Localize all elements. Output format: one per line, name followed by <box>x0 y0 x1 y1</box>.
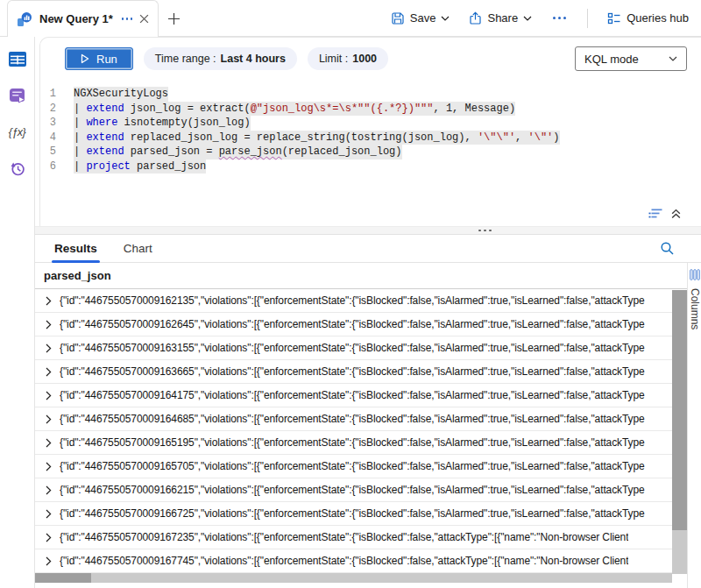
code-line: 4| extend replaced_json_log = replace_st… <box>40 131 701 145</box>
row-json-text: {"id":"4467550570009164175","violations"… <box>60 389 645 401</box>
run-button[interactable]: Run <box>65 47 133 70</box>
expand-row-icon[interactable] <box>46 296 52 306</box>
search-results-button[interactable] <box>660 241 675 259</box>
table-row[interactable]: {"id":"4467550570009163665","violations"… <box>35 360 672 384</box>
row-json-text: {"id":"4467550570009163665","violations"… <box>60 365 645 378</box>
code-line: 1NGXSecurityLogs <box>40 87 701 102</box>
table-row[interactable]: {"id":"4467550570009166725","violations"… <box>35 502 672 526</box>
panel-splitter[interactable] <box>35 226 701 235</box>
share-button[interactable]: Share <box>469 11 532 25</box>
time-range-value: Last 4 hours <box>221 53 286 65</box>
queries-hub-label: Queries hub <box>627 11 689 25</box>
expand-row-icon[interactable] <box>46 556 52 566</box>
expand-row-icon[interactable] <box>46 462 52 471</box>
collapse-editor-icon[interactable] <box>670 208 682 219</box>
row-json-text: {"id":"4467550570009165195","violations"… <box>60 436 645 449</box>
code-line: 6| project parsed_json <box>40 159 701 174</box>
toolbar-divider <box>587 9 588 28</box>
table-row[interactable]: {"id":"4467550570009165705","violations"… <box>35 455 672 478</box>
horizontal-scrollbar[interactable] <box>35 573 672 583</box>
code-text: | extend parsed_json = parse_json(replac… <box>74 145 402 159</box>
query-tab[interactable]: New Query 1* <box>7 0 159 37</box>
expand-row-icon[interactable] <box>46 414 52 424</box>
expand-row-icon[interactable] <box>46 344 52 353</box>
search-icon <box>660 241 675 256</box>
close-tab-icon[interactable] <box>139 14 149 24</box>
row-json-text: {"id":"4467550570009166215","violations"… <box>60 484 645 496</box>
limit-pill[interactable]: Limit : 1000 <box>308 47 388 70</box>
code-text: | where isnotempty(json_log) <box>74 116 251 131</box>
code-text: | project parsed_json <box>74 159 206 174</box>
table-row[interactable]: {"id":"4467550570009166215","violations"… <box>35 478 672 502</box>
row-json-text: {"id":"4467550570009162135","violations"… <box>60 294 645 307</box>
row-json-text: {"id":"4467550570009167745","violations"… <box>60 555 628 567</box>
share-icon <box>469 11 482 25</box>
grid-footer-spacer <box>35 583 687 588</box>
query-editor-lines: 1NGXSecurityLogs2| extend json_log = ext… <box>40 87 701 174</box>
row-json-text: {"id":"4467550570009167235","violations"… <box>60 531 628 543</box>
save-button[interactable]: Save <box>391 11 450 25</box>
code-line: 3| where isnotempty(json_log) <box>40 116 701 131</box>
time-range-pill[interactable]: Time range : Last 4 hours <box>144 47 297 70</box>
table-row[interactable]: {"id":"4467550570009163155","violations"… <box>35 337 672 360</box>
table-row[interactable]: {"id":"4467550570009167745","violations"… <box>35 549 672 573</box>
expand-row-icon[interactable] <box>46 320 52 329</box>
results-panel: Results Chart parsed_json {"id":"4467550… <box>35 235 701 588</box>
expand-row-icon[interactable] <box>46 509 52 519</box>
table-row[interactable]: {"id":"4467550570009162645","violations"… <box>35 313 672 337</box>
expand-row-icon[interactable] <box>46 391 52 400</box>
columns-panel-label: Columns <box>689 288 701 329</box>
filter-lines-icon[interactable] <box>648 209 662 219</box>
row-json-text: {"id":"4467550570009165705","violations"… <box>60 460 645 472</box>
code-line: 2| extend json_log = extract(@"json_log\… <box>40 102 701 117</box>
row-json-text: {"id":"4467550570009166725","violations"… <box>60 507 645 520</box>
limit-value: 1000 <box>352 53 377 65</box>
column-header-parsed-json[interactable]: parsed_json <box>35 263 687 289</box>
saved-scripts-icon <box>9 88 26 104</box>
sidebar-item-data-table[interactable] <box>7 49 28 68</box>
sidebar-item-query-history[interactable] <box>7 159 28 179</box>
results-body: parsed_json {"id":"4467550570009162135",… <box>35 263 701 588</box>
more-actions-button[interactable] <box>551 17 568 19</box>
expand-row-icon[interactable] <box>46 367 52 377</box>
horizontal-scrollbar-thumb[interactable] <box>35 573 91 583</box>
limit-label: Limit : <box>319 53 348 65</box>
editor-footer-actions <box>648 208 682 219</box>
tab-results[interactable]: Results <box>54 235 97 262</box>
vertical-scrollbar-thumb[interactable] <box>672 290 687 530</box>
sidebar-item-functions[interactable]: {ƒx} <box>7 123 28 142</box>
expand-row-icon[interactable] <box>46 533 52 542</box>
run-label: Run <box>96 53 117 66</box>
functions-icon: {ƒx} <box>9 126 26 138</box>
code-text: NGXSecurityLogs <box>74 87 168 102</box>
tab-more-icon[interactable] <box>122 18 133 20</box>
columns-panel-toggle[interactable]: Columns <box>687 263 701 588</box>
query-toolbar: Run Time range : Last 4 hours Limit : 10… <box>40 38 701 78</box>
sidebar-item-saved-scripts[interactable] <box>7 86 28 105</box>
results-rows: {"id":"4467550570009162135","violations"… <box>35 289 672 573</box>
table-row[interactable]: {"id":"4467550570009164685","violations"… <box>35 407 672 431</box>
query-panel: Run Time range : Last 4 hours Limit : 10… <box>39 37 701 226</box>
vertical-scrollbar[interactable] <box>672 290 687 574</box>
table-row[interactable]: {"id":"4467550570009165195","violations"… <box>35 431 672 455</box>
chevron-down-icon <box>441 16 450 21</box>
left-rail: {ƒx} <box>0 37 35 588</box>
expand-row-icon[interactable] <box>46 485 52 495</box>
splitter-handle-icon[interactable] <box>478 230 492 232</box>
share-label: Share <box>487 11 518 25</box>
queries-hub-button[interactable]: Queries hub <box>607 11 689 25</box>
expand-row-icon[interactable] <box>46 438 52 448</box>
table-row[interactable]: {"id":"4467550570009162135","violations"… <box>35 289 672 313</box>
query-mode-value: KQL mode <box>584 53 639 66</box>
table-row[interactable]: {"id":"4467550570009167235","violations"… <box>35 526 672 549</box>
tab-chart[interactable]: Chart <box>124 235 152 262</box>
table-row[interactable]: {"id":"4467550570009164175","violations"… <box>35 384 672 407</box>
plus-icon <box>168 13 180 25</box>
query-editor[interactable]: 1NGXSecurityLogs2| extend json_log = ext… <box>40 78 701 174</box>
play-icon <box>81 53 89 64</box>
top-bar: New Query 1* Save Share <box>0 0 701 37</box>
line-number: 3 <box>40 116 56 131</box>
query-mode-select[interactable]: KQL mode <box>575 46 687 71</box>
chevron-down-icon <box>523 16 532 21</box>
new-tab-button[interactable] <box>159 0 188 37</box>
